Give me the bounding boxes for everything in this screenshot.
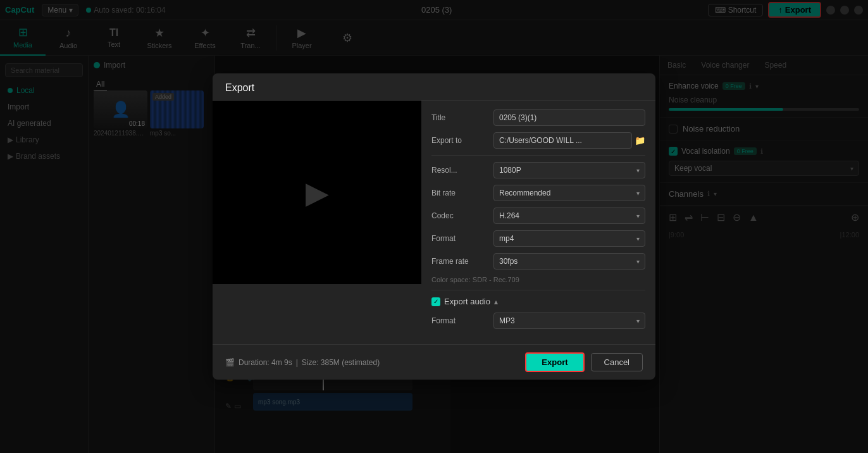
footer-actions: Export Cancel — [525, 352, 643, 372]
resolution-select[interactable]: 1080P ▾ — [493, 162, 645, 178]
format-select[interactable]: mp4 ▾ — [493, 230, 645, 247]
color-space-text: Color space: SDR - Rec.709 — [431, 276, 645, 283]
codec-select[interactable]: H.264 ▾ — [493, 208, 645, 224]
settings-divider-1 — [431, 155, 645, 156]
resolution-value: 1080P — [499, 166, 521, 175]
modal-header: Export — [213, 73, 655, 101]
resolution-row: Resol... 1080P ▾ — [431, 162, 645, 178]
bit-rate-value: Recommended — [499, 189, 550, 197]
film-icon: 🎬 — [225, 358, 235, 367]
resolution-chevron-icon: ▾ — [636, 167, 640, 174]
export-to-label: Export to — [431, 136, 488, 145]
frame-rate-select[interactable]: 30fps ▾ — [493, 253, 645, 270]
export-audio-info-icon: ▴ — [494, 297, 498, 306]
modal-cancel-button[interactable]: Cancel — [591, 353, 643, 371]
export-audio-row: ✓ Export audio ▴ — [431, 297, 645, 306]
footer-size: Size: 385M (estimated) — [302, 358, 380, 367]
bit-rate-row: Bit rate Recommended ▾ — [431, 185, 645, 201]
export-to-path: C:/Users/GOOD WILL ... — [493, 132, 632, 149]
folder-button[interactable]: 📁 — [635, 135, 645, 146]
export-to-row: Export to C:/Users/GOOD WILL ... 📁 — [431, 132, 645, 149]
codec-row: Codec H.264 ▾ — [431, 208, 645, 224]
export-audio-checkbox[interactable]: ✓ — [431, 297, 440, 306]
footer-duration: Duration: 4m 9s — [239, 358, 292, 367]
footer-separator: | — [296, 358, 298, 367]
bit-rate-label: Bit rate — [431, 189, 488, 197]
frame-rate-value: 30fps — [499, 257, 518, 266]
codec-label: Codec — [431, 211, 488, 220]
format-chevron-icon: ▾ — [636, 235, 640, 242]
format-label: Format — [431, 234, 488, 243]
resolution-label: Resol... — [431, 166, 488, 175]
footer-info: 🎬 Duration: 4m 9s | Size: 385M (estimate… — [225, 358, 380, 367]
modal-export-button[interactable]: Export — [525, 352, 584, 372]
frame-rate-row: Frame rate 30fps ▾ — [431, 253, 645, 270]
audio-format-label: Format — [431, 316, 488, 325]
audio-format-select[interactable]: MP3 ▾ — [493, 313, 645, 329]
codec-value: H.264 — [499, 211, 519, 220]
modal-settings: Title Export to C:/Users/GOOD WILL ... 📁… — [421, 101, 655, 344]
codec-chevron-icon: ▾ — [636, 213, 640, 220]
format-value: mp4 — [499, 234, 514, 243]
title-row: Title — [431, 109, 645, 126]
audio-format-chevron-icon: ▾ — [636, 318, 640, 325]
frame-rate-chevron-icon: ▾ — [636, 258, 640, 265]
audio-format-value: MP3 — [499, 316, 515, 325]
settings-divider-2 — [431, 290, 645, 290]
format-row: Format mp4 ▾ — [431, 230, 645, 247]
modal-footer: 🎬 Duration: 4m 9s | Size: 385M (estimate… — [213, 344, 655, 380]
export-audio-label: Export audio — [444, 297, 490, 306]
modal-overlay: Export ▶ Title Export to C:/Users/GOOD W… — [0, 0, 868, 453]
modal-body: ▶ Title Export to C:/Users/GOOD WILL ...… — [213, 101, 655, 344]
title-input[interactable] — [493, 109, 645, 126]
frame-rate-label: Frame rate — [431, 257, 488, 266]
title-label: Title — [431, 113, 488, 122]
export-to-input-group: C:/Users/GOOD WILL ... 📁 — [493, 132, 645, 149]
bit-rate-chevron-icon: ▾ — [636, 190, 640, 197]
modal-preview: ▶ — [213, 101, 421, 284]
bit-rate-select[interactable]: Recommended ▾ — [493, 185, 645, 201]
audio-format-row: Format MP3 ▾ — [431, 313, 645, 329]
export-modal: Export ▶ Title Export to C:/Users/GOOD W… — [213, 73, 655, 380]
preview-placeholder-icon: ▶ — [306, 175, 329, 210]
